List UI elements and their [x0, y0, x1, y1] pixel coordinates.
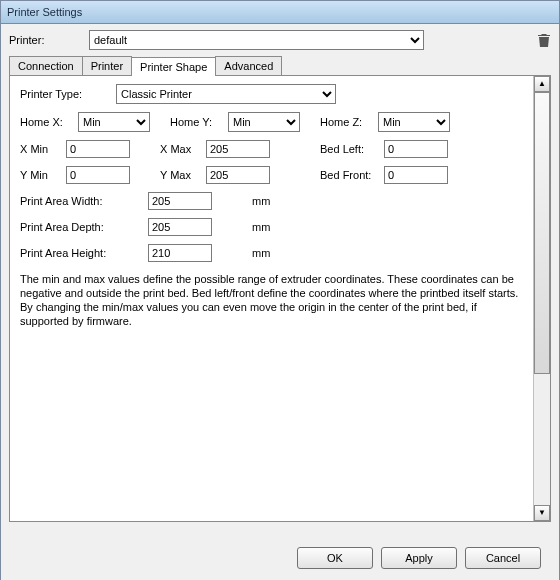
- chevron-down-icon: ▼: [538, 509, 546, 517]
- home-y-label: Home Y:: [170, 116, 222, 128]
- xmax-label: X Max: [160, 143, 206, 155]
- print-area-width-label: Print Area Width:: [20, 195, 148, 207]
- tab-bar: Connection Printer Printer Shape Advance…: [9, 56, 551, 76]
- print-area-depth-label: Print Area Depth:: [20, 221, 148, 233]
- print-area-height-label: Print Area Height:: [20, 247, 148, 259]
- ymin-input[interactable]: [66, 166, 130, 184]
- home-z-label: Home Z:: [320, 116, 372, 128]
- bed-front-label: Bed Front:: [320, 169, 384, 181]
- printer-type-label: Printer Type:: [20, 88, 110, 100]
- printer-select[interactable]: default: [89, 30, 424, 50]
- home-x-select[interactable]: Min: [78, 112, 150, 132]
- titlebar: Printer Settings: [1, 1, 559, 24]
- unit-mm: mm: [252, 247, 292, 259]
- ymax-label: Y Max: [160, 169, 206, 181]
- print-area-depth-input[interactable]: [148, 218, 212, 236]
- window-title: Printer Settings: [7, 6, 82, 18]
- xmin-input[interactable]: [66, 140, 130, 158]
- unit-mm: mm: [252, 195, 292, 207]
- tab-printer[interactable]: Printer: [82, 56, 132, 75]
- printer-type-select[interactable]: Classic Printer: [116, 84, 336, 104]
- print-area-width-input[interactable]: [148, 192, 212, 210]
- tab-connection[interactable]: Connection: [9, 56, 83, 75]
- ok-button[interactable]: OK: [297, 547, 373, 569]
- print-area-height-input[interactable]: [148, 244, 212, 262]
- bed-front-input[interactable]: [384, 166, 448, 184]
- printer-label: Printer:: [9, 34, 79, 46]
- panel-printer-shape: Printer Type: Classic Printer Home X: Mi…: [10, 76, 533, 521]
- xmin-label: X Min: [20, 143, 66, 155]
- ymin-label: Y Min: [20, 169, 66, 181]
- scrollbar[interactable]: ▲ ▼: [533, 76, 550, 521]
- scroll-thumb[interactable]: [534, 92, 550, 374]
- home-y-select[interactable]: Min: [228, 112, 300, 132]
- bed-left-input[interactable]: [384, 140, 448, 158]
- help-text: The min and max values define the possib…: [20, 272, 520, 328]
- tab-advanced[interactable]: Advanced: [215, 56, 282, 75]
- home-x-label: Home X:: [20, 116, 72, 128]
- apply-button[interactable]: Apply: [381, 547, 457, 569]
- unit-mm: mm: [252, 221, 292, 233]
- trash-icon[interactable]: [537, 32, 551, 48]
- xmax-input[interactable]: [206, 140, 270, 158]
- home-z-select[interactable]: Min: [378, 112, 450, 132]
- scroll-down-button[interactable]: ▼: [534, 505, 550, 521]
- cancel-button[interactable]: Cancel: [465, 547, 541, 569]
- chevron-up-icon: ▲: [538, 80, 546, 88]
- ymax-input[interactable]: [206, 166, 270, 184]
- tab-printer-shape[interactable]: Printer Shape: [131, 57, 216, 76]
- scroll-up-button[interactable]: ▲: [534, 76, 550, 92]
- bed-left-label: Bed Left:: [320, 143, 384, 155]
